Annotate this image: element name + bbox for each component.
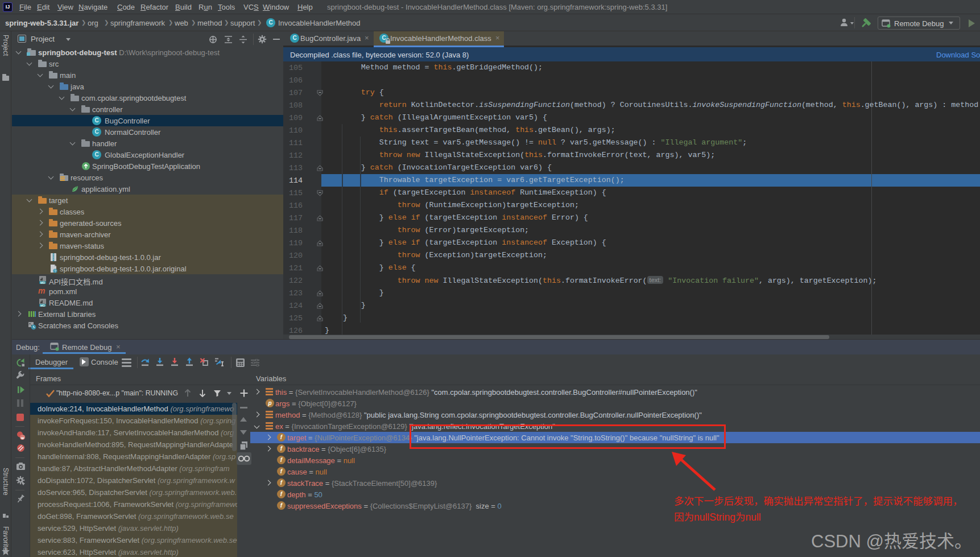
svg-text:?: ? <box>54 269 56 273</box>
svg-text:MD: MD <box>40 281 46 284</box>
svg-text:MD: MD <box>40 304 46 307</box>
